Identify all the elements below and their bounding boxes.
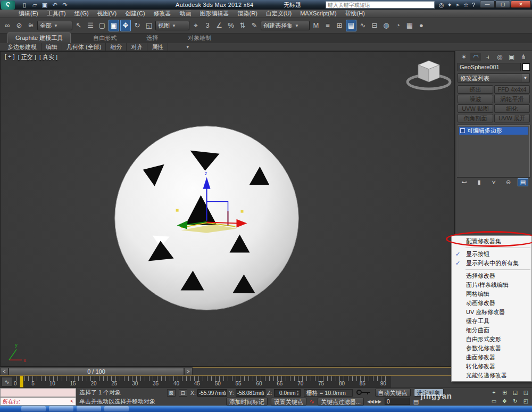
spinner-snap-icon[interactable]: ⇅ [237,20,248,31]
stack-item[interactable]: 可编辑多边形 [459,127,528,135]
menu-item[interactable]: 图形编辑器 [196,10,233,18]
schematic-view-icon[interactable]: ⊟ [369,20,380,31]
menu-item[interactable]: 渲染(R) [234,10,261,18]
new-file-icon[interactable]: ▯ [20,1,29,9]
maxscript-mini-listener[interactable] [0,388,76,397]
auto-key-button[interactable]: 自动关键点 [375,389,411,397]
go-to-end-icon[interactable]: ▶▶ [375,399,381,404]
rendered-frame-window-icon[interactable]: ▦ [404,20,415,31]
infocenter-search-input[interactable] [326,1,435,9]
show-end-result-icon[interactable]: ▮ [474,178,485,186]
open-file-icon[interactable]: ▱ [30,1,39,9]
new-key-curve-icon[interactable]: ∿ [310,398,314,405]
object-color-swatch[interactable] [522,63,530,71]
menu-item[interactable]: 视图(V) [94,10,121,18]
orbit-icon[interactable]: ↻ [511,398,520,405]
viewport-shading-menu[interactable]: [ 真实 ] [39,53,57,61]
motion-tab-icon[interactable]: ◎ [494,53,505,61]
zoom-all-icon[interactable]: ⊞ [500,389,509,397]
key-filters-button[interactable]: 关键点过滤器... [318,398,364,406]
object-name-field[interactable]: GeoSphere001 [458,63,521,71]
percent-snap-icon[interactable]: % [226,20,236,31]
ribbon-panel-label[interactable]: 多边形建模 [3,43,41,51]
align-icon[interactable]: ≡ [322,20,333,31]
ribbon-minimize-icon[interactable]: ▾ [186,44,189,50]
select-and-rotate-icon[interactable]: ↻ [132,20,143,31]
checked-menu-item[interactable]: ✓ 显示按钮 [452,250,531,259]
communication-center-icon[interactable]: ➣ [455,2,460,9]
y-coordinate-field[interactable]: -58.081mm▲▼ [236,389,265,397]
ribbon-panel-label[interactable]: 细分 [106,43,127,51]
absolute-mode-icon[interactable]: ⊡ [179,389,187,397]
modifier-set-menu-item[interactable]: 缓存工具 [452,317,531,326]
ribbon-panel-label[interactable]: 几何体 (全部) [62,43,106,51]
ribbon-panel-label[interactable]: 编辑 [41,43,62,51]
modifier-set-menu-item[interactable]: UV 座标修改器 [452,308,531,317]
select-and-link-icon[interactable]: ∞ [2,20,13,31]
modifier-button[interactable]: UVW 展开 [494,114,530,122]
render-setup-icon[interactable]: ◔ [393,20,403,31]
modifier-set-menu-item[interactable]: 动画修改器 [452,299,531,308]
app-logo-icon[interactable]: Ϛ [1,1,15,10]
named-selection-set-dropdown[interactable]: 创建选择集▼ [261,21,310,30]
selection-filter-dropdown[interactable]: 全部▼ [37,21,72,30]
ribbon-tab[interactable]: 自由形式 [86,33,124,43]
checked-menu-item[interactable]: ✓ 显示列表中的所有集 [452,259,531,268]
menu-item[interactable]: 组(G) [71,10,93,18]
close-button[interactable]: ✕ [511,1,531,8]
layer-manager-icon[interactable]: ⊞ [334,20,345,31]
reference-coordinate-dropdown[interactable]: 视图▼ [155,21,189,30]
zoom-region-icon[interactable]: ▭ [489,398,498,405]
help-icon[interactable]: ? [472,2,475,9]
graphite-ribbon-toggle-icon[interactable]: ▤ [346,20,356,31]
modifier-set-menu-item[interactable]: 转化修改器 [452,362,531,371]
select-and-move-icon[interactable]: ✥ [120,20,131,31]
set-key-button[interactable]: 设置关键点 [271,398,306,406]
add-time-tag-button[interactable]: 添加时间标记 [226,398,268,406]
menu-item[interactable]: 修改器 [150,10,175,18]
maxscript-listener-line[interactable]: 所在行: < [0,397,76,406]
undo-icon[interactable]: ↶ [51,1,59,9]
menu-item[interactable]: 自定义(U) [262,10,295,18]
search-icon[interactable]: ◎ [439,2,444,9]
angle-snap-icon[interactable]: ∠ [214,20,225,31]
current-frame-field[interactable]: 0 [385,398,410,405]
modifier-set-menu-item[interactable]: 光能传递修改器 [452,371,531,380]
viewcube[interactable] [408,61,450,89]
windows-taskbar[interactable] [0,406,532,412]
menu-item[interactable]: 编辑(E) [15,10,42,18]
ribbon-tab[interactable]: 对象绘制 [180,33,219,43]
mirror-icon[interactable]: M [311,20,321,31]
window-crossing-icon[interactable]: ▣ [109,20,119,31]
time-slider-handle[interactable]: 0 / 100 [9,368,184,375]
modifier-button[interactable]: 倒角剖面 [458,114,493,122]
render-production-icon[interactable]: ● [416,20,427,31]
ribbon-panel-label[interactable]: 对齐 [127,43,147,51]
menu-item[interactable]: 帮助(H) [342,10,369,18]
make-unique-icon[interactable]: ⋎ [488,178,499,186]
zoom-extents-icon[interactable]: ◱ [511,389,520,397]
modifier-list-dropdown[interactable]: 修改器列表 ▼ [458,73,530,83]
x-coordinate-field[interactable]: -55.997mm▲▼ [197,389,227,397]
hierarchy-tab-icon[interactable]: ⫞ [483,53,493,61]
zoom-extents-all-icon[interactable]: ◳ [521,389,530,397]
modifier-set-menu-item[interactable]: 参数化修改器 [452,344,531,353]
selection-lock-icon[interactable]: ⊠ [167,389,176,397]
modify-tab-icon[interactable]: ◠ [470,53,481,61]
menu-item[interactable]: MAXScript(M) [296,10,340,18]
perspective-viewport[interactable]: [ + ] [ 正交 ] [ 真实 ] [0,51,455,367]
mini-curve-editor-icon[interactable]: ∿ [2,377,12,386]
edit-named-selection-sets-icon[interactable]: ✎ [249,20,260,31]
select-and-scale-icon[interactable]: ◱ [144,20,154,31]
maximize-viewport-icon[interactable]: ◰ [521,398,530,405]
z-coordinate-field[interactable]: 0.0mm▲▼ [274,389,301,397]
ribbon-tab[interactable]: Graphite 建模工具 [7,32,71,43]
modifier-button[interactable]: 涡轮平滑 [494,95,530,103]
rectangular-selection-icon[interactable]: ▢ [97,20,107,31]
modifier-set-menu-item[interactable]: 细分曲面 [452,326,531,335]
modifier-button[interactable]: FFD 4x4x4 [494,85,530,94]
listener-expand-icon[interactable]: < [70,398,73,405]
ribbon-panel-label[interactable]: 属性 [147,43,168,51]
material-editor-icon[interactable]: ◍ [381,20,392,31]
pan-icon[interactable]: ✥ [500,398,509,405]
